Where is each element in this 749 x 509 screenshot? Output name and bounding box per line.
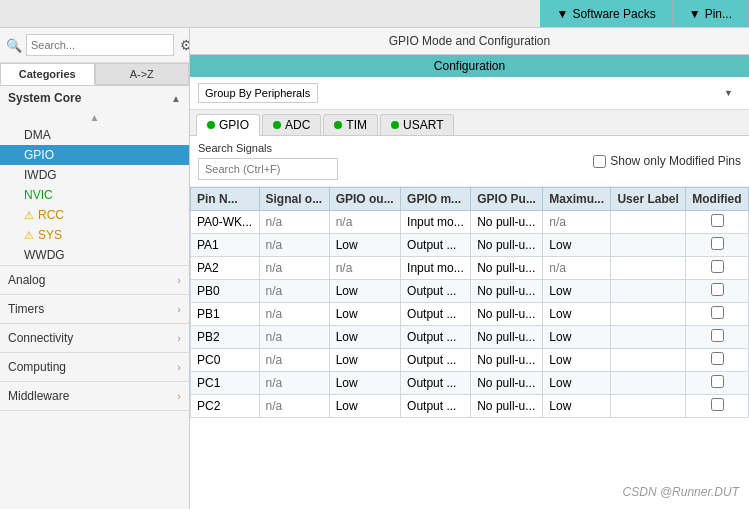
gpio-dot <box>207 121 215 129</box>
cell-gpio-mode: Input mo... <box>401 211 471 234</box>
cell-pin: PB2 <box>191 326 260 349</box>
search-signals-area: Search Signals Show only Modified Pins <box>190 136 749 187</box>
connectivity-arrow: › <box>177 332 181 344</box>
cell-gpio-pu: No pull-u... <box>471 257 543 280</box>
cell-user-label <box>611 349 686 372</box>
pinout-label: Pin... <box>705 7 732 21</box>
computing-header[interactable]: Computing › <box>0 353 189 381</box>
cell-signal: n/a <box>259 257 329 280</box>
gpio-tbody: PA0-WK... n/a n/a Input mo... No pull-u.… <box>191 211 749 418</box>
cell-modified[interactable] <box>686 211 749 234</box>
signals-search-input[interactable] <box>198 158 338 180</box>
cell-pin: PA2 <box>191 257 260 280</box>
ptab-tim[interactable]: TIM <box>323 114 378 135</box>
cell-user-label <box>611 280 686 303</box>
dma-label: DMA <box>24 128 51 142</box>
system-core-label: System Core <box>8 91 81 105</box>
sidebar-item-sys[interactable]: ⚠ SYS <box>0 225 189 245</box>
cell-modified[interactable] <box>686 372 749 395</box>
th-modified: Modified <box>686 188 749 211</box>
cell-gpio-mode: Output ... <box>401 326 471 349</box>
pinout-button[interactable]: ▼ Pin... <box>673 0 749 27</box>
group-by-select[interactable]: Group By Peripherals <box>198 83 318 103</box>
title-text: GPIO Mode and Configuration <box>389 34 550 48</box>
modified-checkbox[interactable] <box>711 283 724 296</box>
modified-checkbox[interactable] <box>711 329 724 342</box>
table-row: PC0 n/a Low Output ... No pull-u... Low <box>191 349 749 372</box>
chevron-icon-pin: ▼ <box>689 7 701 21</box>
cell-modified[interactable] <box>686 257 749 280</box>
software-packs-label: Software Packs <box>572 7 655 21</box>
cell-gpio-out: Low <box>329 280 400 303</box>
iwdg-label: IWDG <box>24 168 57 182</box>
tab-az[interactable]: A->Z <box>95 63 190 85</box>
modified-checkbox[interactable] <box>711 237 724 250</box>
cell-modified[interactable] <box>686 395 749 418</box>
modified-checkbox[interactable] <box>711 398 724 411</box>
ptab-usart[interactable]: USART <box>380 114 454 135</box>
modified-checkbox[interactable] <box>711 214 724 227</box>
middleware-group: Middleware › <box>0 382 189 411</box>
cell-gpio-mode: Output ... <box>401 303 471 326</box>
cell-gpio-pu: No pull-u... <box>471 234 543 257</box>
system-core-section: System Core ▲ ▲ DMA GPIO IWDG NVIC ⚠ <box>0 86 189 266</box>
content-title: GPIO Mode and Configuration <box>190 28 749 55</box>
cell-max: Low <box>543 234 611 257</box>
cell-signal: n/a <box>259 372 329 395</box>
sidebar-item-gpio[interactable]: GPIO <box>0 145 189 165</box>
cell-modified[interactable] <box>686 349 749 372</box>
sidebar-search-input[interactable] <box>26 34 174 56</box>
peripheral-tabs: GPIO ADC TIM USART <box>190 110 749 136</box>
table-row: PA0-WK... n/a n/a Input mo... No pull-u.… <box>191 211 749 234</box>
computing-label: Computing <box>8 360 66 374</box>
ptab-gpio[interactable]: GPIO <box>196 114 260 136</box>
th-user-label: User Label <box>611 188 686 211</box>
search-signals-label: Search Signals <box>198 142 338 154</box>
nvic-label: NVIC <box>24 188 53 202</box>
cell-gpio-out: n/a <box>329 211 400 234</box>
cell-gpio-mode: Output ... <box>401 349 471 372</box>
gear-button[interactable]: ⚙ <box>178 37 190 53</box>
connectivity-group: Connectivity › <box>0 324 189 353</box>
tab-categories[interactable]: Categories <box>0 63 95 85</box>
rcc-label: RCC <box>38 208 64 222</box>
cell-gpio-pu: No pull-u... <box>471 372 543 395</box>
cell-modified[interactable] <box>686 234 749 257</box>
sidebar-item-rcc[interactable]: ⚠ RCC <box>0 205 189 225</box>
middleware-header[interactable]: Middleware › <box>0 382 189 410</box>
timers-group: Timers › <box>0 295 189 324</box>
table-header-row: Pin N... Signal o... GPIO ou... GPIO m..… <box>191 188 749 211</box>
cell-pin: PC1 <box>191 372 260 395</box>
ptab-tim-label: TIM <box>346 118 367 132</box>
cell-gpio-pu: No pull-u... <box>471 280 543 303</box>
table-row: PC2 n/a Low Output ... No pull-u... Low <box>191 395 749 418</box>
analog-header[interactable]: Analog › <box>0 266 189 294</box>
ptab-usart-label: USART <box>403 118 443 132</box>
watermark-text: CSDN @Runner.DUT <box>623 485 739 499</box>
cell-gpio-mode: Output ... <box>401 234 471 257</box>
modified-checkbox[interactable] <box>711 375 724 388</box>
ptab-adc[interactable]: ADC <box>262 114 321 135</box>
cell-gpio-out: Low <box>329 349 400 372</box>
modified-checkbox[interactable] <box>711 352 724 365</box>
cell-modified[interactable] <box>686 280 749 303</box>
modified-checkbox[interactable] <box>711 260 724 273</box>
cell-modified[interactable] <box>686 303 749 326</box>
chevron-icon: ▼ <box>556 7 568 21</box>
sidebar-item-dma[interactable]: DMA <box>0 125 189 145</box>
modified-checkbox[interactable] <box>711 306 724 319</box>
system-core-header[interactable]: System Core ▲ <box>0 86 189 110</box>
cell-gpio-pu: No pull-u... <box>471 303 543 326</box>
show-modified-checkbox[interactable] <box>593 155 606 168</box>
connectivity-header[interactable]: Connectivity › <box>0 324 189 352</box>
cell-modified[interactable] <box>686 326 749 349</box>
gpio-label: GPIO <box>24 148 54 162</box>
timers-header[interactable]: Timers › <box>0 295 189 323</box>
middleware-arrow: › <box>177 390 181 402</box>
sidebar-item-nvic[interactable]: NVIC <box>0 185 189 205</box>
cell-pin: PA0-WK... <box>191 211 260 234</box>
sidebar-item-wwdg[interactable]: WWDG <box>0 245 189 265</box>
sidebar-item-iwdg[interactable]: IWDG <box>0 165 189 185</box>
software-packs-button[interactable]: ▼ Software Packs <box>540 0 672 27</box>
show-modified-label: Show only Modified Pins <box>610 154 741 168</box>
